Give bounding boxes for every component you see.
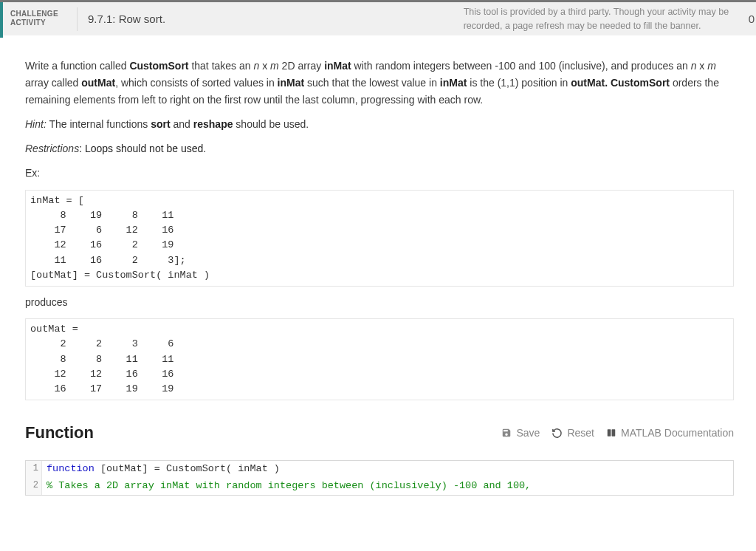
score-value: 0 [744,13,756,25]
hint-text: Hint: The internal functions sort and re… [25,116,734,133]
problem-description: Write a function called CustomSort that … [25,58,734,109]
code-line[interactable]: 1 function [outMat] = CustomSort( inMat … [26,461,733,478]
code-line[interactable]: 2 % Takes a 2D array inMat with random i… [26,478,733,495]
example-input-block: inMat = [ 8 19 8 11 17 6 12 16 12 16 2 1… [25,190,734,287]
code-text[interactable]: function [outMat] = CustomSort( inMat ) [42,461,284,478]
example-label: Ex: [25,165,734,182]
activity-title: 9.7.1: Row sort. [77,7,261,31]
editor-toolbar: Save Reset MATLAB Documentation [501,425,734,442]
save-button[interactable]: Save [501,425,540,442]
svg-rect-1 [612,430,616,437]
third-party-disclaimer: This tool is provided by a third party. … [464,5,744,32]
doc-icon [606,428,616,438]
challenge-badge: CHALLENGE ACTIVITY [3,2,77,35]
produces-label: produces [25,294,734,311]
reset-icon [551,428,563,439]
restrictions-text: Restrictions: Loops should not be used. [25,140,734,157]
code-text[interactable]: % Takes a 2D array inMat with random int… [42,478,535,495]
line-number: 2 [26,478,42,495]
save-icon [501,428,512,438]
function-section-header: Function Save Reset MATLAB Documentation [25,420,734,446]
challenge-badge-line2: ACTIVITY [10,18,46,27]
example-output-block: outMat = 2 2 3 6 8 8 11 11 12 12 16 16 1… [25,318,734,400]
svg-rect-0 [608,430,611,437]
function-heading: Function [25,420,94,446]
activity-header: CHALLENGE ACTIVITY 9.7.1: Row sort. This… [0,0,756,35]
challenge-badge-line1: CHALLENGE [10,10,58,18]
problem-content: Write a function called CustomSort that … [0,35,756,496]
reset-label: Reset [567,425,594,442]
doc-label: MATLAB Documentation [621,425,734,442]
line-number: 1 [26,461,42,478]
reset-button[interactable]: Reset [551,425,594,442]
code-editor[interactable]: 1 function [outMat] = CustomSort( inMat … [25,460,734,496]
save-label: Save [516,425,540,442]
matlab-doc-link[interactable]: MATLAB Documentation [606,425,734,442]
